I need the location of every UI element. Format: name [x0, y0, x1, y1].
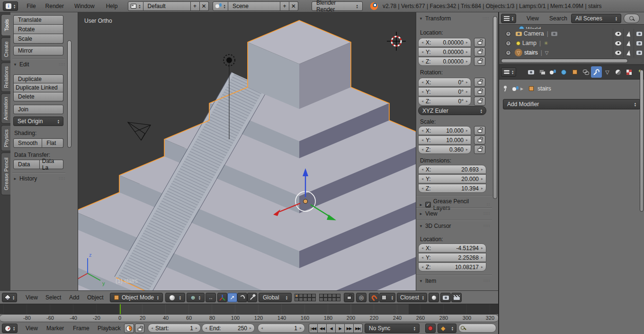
panel-drag-dots[interactable]: ∷∷: [59, 176, 65, 181]
object-origin[interactable]: [304, 199, 308, 204]
selectability-toggle[interactable]: [623, 38, 634, 48]
location-z-field[interactable]: ◂Z:0.00000▸: [418, 57, 471, 66]
properties-tab-material[interactable]: [613, 66, 624, 78]
decrement-arrow[interactable]: ◂: [420, 138, 424, 142]
outliner-row-camera[interactable]: + Camera |: [499, 29, 644, 38]
menu-frame[interactable]: Frame: [70, 325, 92, 332]
screen-name-field[interactable]: Default: [143, 1, 191, 11]
menu-search[interactable]: Search: [546, 15, 570, 22]
end-frame-field[interactable]: ◂End:250▸: [202, 324, 255, 333]
current-frame-field[interactable]: ◂1▸: [258, 324, 305, 333]
mirror-button[interactable]: Mirror: [13, 46, 63, 55]
properties-tab-scene[interactable]: [547, 66, 558, 78]
increment-arrow[interactable]: ▸: [465, 50, 469, 54]
expand-icon[interactable]: +: [506, 41, 511, 46]
view-panel-header[interactable]: View∷∷: [419, 210, 490, 217]
proportional-editing-button[interactable]: ◎: [356, 293, 367, 302]
scene-icon-button[interactable]: ▴▾: [213, 1, 228, 11]
timeline-editor-type-button[interactable]: ▴▾: [2, 324, 18, 333]
next-keyframe-button[interactable]: ▶▶: [345, 324, 354, 333]
decrement-arrow[interactable]: ◂: [204, 326, 208, 330]
checkbox-checked-icon[interactable]: ✓: [425, 202, 431, 208]
properties-tab-render-layers[interactable]: [537, 66, 547, 78]
auto-keyframe-select[interactable]: ◆ ▴▾: [438, 324, 456, 333]
shade-smooth-button[interactable]: Smooth: [13, 138, 42, 148]
data-transfer-data-button[interactable]: Data: [13, 160, 40, 169]
properties-tab-constraints[interactable]: [580, 66, 591, 78]
outliner-search-button[interactable]: [624, 14, 640, 23]
panel-drag-dots[interactable]: ∷∷: [484, 224, 490, 228]
properties-tab-data[interactable]: ▽: [602, 66, 613, 78]
scale-y-field[interactable]: ◂Y:10.000▸: [418, 135, 471, 144]
timeline-ruler[interactable]: -80 -60 -40 -20 0 20 40 60 80 100 120 14…: [0, 314, 498, 322]
camera-object[interactable]: [128, 122, 151, 140]
lock-time-cursor-button[interactable]: [135, 324, 144, 333]
info-editor-type-button[interactable]: i ▴▾: [3, 1, 18, 11]
rotate-button[interactable]: Rotate: [13, 25, 63, 34]
delete-scene-button[interactable]: ✕: [289, 1, 298, 11]
snap-toggle-button[interactable]: [369, 293, 379, 302]
3d-cursor-panel-header[interactable]: 3D Cursor∷∷: [419, 223, 490, 229]
add-modifier-select[interactable]: Add Modifier ▴▾: [503, 99, 640, 109]
increment-arrow[interactable]: ▸: [465, 59, 469, 63]
decrement-arrow[interactable]: ◂: [420, 167, 424, 172]
lock-location-x-button[interactable]: [474, 38, 485, 47]
panel-drag-dots[interactable]: ∷∷: [484, 279, 490, 283]
increment-arrow[interactable]: ▸: [480, 177, 484, 181]
increment-arrow[interactable]: ▸: [249, 326, 252, 330]
decrement-arrow[interactable]: ◂: [420, 246, 424, 250]
hide-toggle[interactable]: [613, 38, 623, 48]
snap-align-rotation-button[interactable]: [429, 293, 439, 302]
expand-icon[interactable]: +: [506, 50, 511, 55]
layers-group-2[interactable]: [319, 294, 340, 301]
rotate-manipulator-button[interactable]: [237, 293, 247, 302]
snap-element-select[interactable]: ▴▾: [379, 293, 395, 302]
start-frame-field[interactable]: ◂Start:1▸: [148, 324, 201, 333]
show-seconds-button[interactable]: [124, 324, 134, 333]
dimensions-y-field[interactable]: ◂Y:20.000▸: [418, 174, 486, 183]
menu-object[interactable]: Object: [84, 294, 107, 301]
outliner-editor-type-button[interactable]: ▴▾: [501, 14, 516, 23]
render-toggle[interactable]: [634, 38, 644, 48]
delete-screen-button[interactable]: ✕: [200, 1, 209, 11]
lock-location-z-button[interactable]: [474, 57, 485, 66]
menu-help[interactable]: Help: [103, 3, 121, 9]
manipulate-center-points-toggle[interactable]: ↔: [206, 293, 216, 302]
current-frame-playhead[interactable]: [120, 304, 121, 314]
jump-to-start-button[interactable]: |◀◀: [309, 324, 318, 333]
n-panel-scrollbar[interactable]: [493, 16, 497, 199]
menu-render[interactable]: Render: [43, 3, 67, 9]
add-scene-button[interactable]: +: [280, 1, 289, 11]
location-x-field[interactable]: ◂X:0.00000▸: [418, 38, 471, 47]
cursor-z-field[interactable]: ◂Z:10.08217▸: [418, 262, 486, 271]
cursor-y-field[interactable]: ◂Y:2.25268▸: [418, 253, 486, 262]
hide-toggle[interactable]: [613, 48, 623, 57]
display-filter-select[interactable]: All Scenes ▴▾: [571, 14, 621, 23]
decrement-arrow[interactable]: ◂: [420, 255, 424, 260]
decrement-arrow[interactable]: ◂: [420, 177, 424, 181]
opengl-render-button[interactable]: [440, 293, 451, 302]
transform-panel-header[interactable]: Transform∷∷: [419, 15, 489, 22]
opengl-render-anim-button[interactable]: [451, 293, 462, 302]
set-origin-select[interactable]: Set Origin▴▾: [13, 117, 63, 126]
increment-arrow[interactable]: ▸: [465, 138, 469, 142]
outliner-row-lamp[interactable]: + Lamp | ✳: [499, 38, 644, 48]
manipulator-toggle-button[interactable]: [217, 293, 227, 302]
scale-x-field[interactable]: ◂X:10.000▸: [418, 126, 471, 135]
history-panel-header[interactable]: History∷∷: [13, 175, 65, 182]
menu-window[interactable]: Window: [72, 3, 98, 9]
increment-arrow[interactable]: ▸: [480, 265, 484, 269]
menu-add[interactable]: Add: [66, 294, 82, 301]
lock-rotation-z-button[interactable]: [474, 97, 485, 106]
menu-marker[interactable]: Marker: [44, 325, 67, 332]
snap-target-select[interactable]: Closest ▴▾: [397, 293, 427, 302]
layers-group-1[interactable]: [295, 294, 316, 301]
scale-z-field[interactable]: ◂Z:0.360▸: [418, 145, 471, 154]
lock-scale-x-button[interactable]: [474, 126, 485, 135]
translate-button[interactable]: Translate: [13, 15, 63, 25]
translate-manipulator-button[interactable]: ↗: [227, 293, 237, 302]
location-y-field[interactable]: ◂Y:0.00000▸: [418, 47, 471, 56]
outliner-row-stairs[interactable]: + ▽ stairs | ▽: [499, 48, 644, 57]
shelf-tab-grease-pencil[interactable]: Grease Pencil: [1, 153, 10, 195]
expand-icon[interactable]: +: [506, 31, 511, 36]
